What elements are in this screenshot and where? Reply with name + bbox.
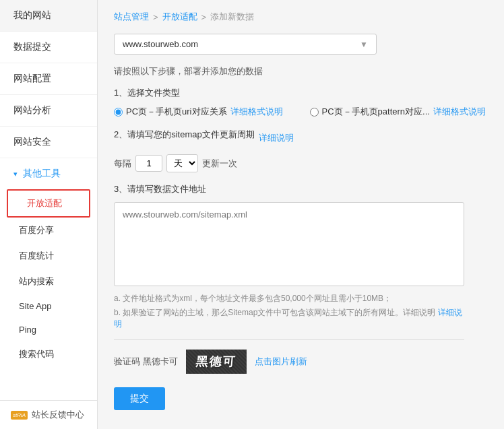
breadcrumb-current: 添加新数据 bbox=[210, 11, 254, 23]
sidebar-item-data-submit[interactable]: 数据提交 bbox=[0, 32, 97, 63]
sidebar-item-site-config[interactable]: 网站配置 bbox=[0, 63, 97, 95]
sidebar-item-ping[interactable]: Ping bbox=[0, 318, 97, 341]
expand-arrow-icon: ▾ bbox=[13, 170, 18, 178]
feedback-center[interactable]: stRiA 站长反馈中心 bbox=[0, 400, 97, 429]
feedback-icon: stRiA bbox=[11, 411, 28, 420]
sidebar-item-site-analysis[interactable]: 网站分析 bbox=[0, 95, 97, 127]
breadcrumb: 站点管理 > 开放适配 > 添加新数据 bbox=[114, 11, 488, 23]
interval-prefix: 每隔 bbox=[114, 158, 131, 170]
note-a: a. 文件地址格式为xml，每个地址文件最多包含50,000个网址且需小于10M… bbox=[114, 293, 464, 304]
captcha-image[interactable]: 黑德可 bbox=[186, 350, 247, 374]
radio-input-2[interactable] bbox=[310, 108, 319, 117]
breadcrumb-sep-2: > bbox=[201, 12, 207, 22]
sidebar-item-other-tools[interactable]: ▾ 其他工具 bbox=[0, 158, 97, 189]
sitemap-textarea-container bbox=[114, 202, 464, 286]
interval-suffix: 更新一次 bbox=[202, 158, 237, 170]
captcha-label: 验证码 黑德卡可 bbox=[114, 356, 178, 368]
breadcrumb-part-2[interactable]: 开放适配 bbox=[162, 11, 197, 23]
sidebar-item-site-security[interactable]: 网站安全 bbox=[0, 127, 97, 158]
radio-input-1[interactable] bbox=[114, 108, 123, 117]
interval-row: 每隔 天 周 更新一次 bbox=[114, 154, 488, 172]
interval-input[interactable] bbox=[135, 155, 162, 172]
sidebar-item-baidu-stats[interactable]: 百度统计 bbox=[0, 243, 97, 269]
main-content: 站点管理 > 开放适配 > 添加新数据 www.stourweb.com ▼ 请… bbox=[98, 0, 504, 429]
sidebar: 我的网站 数据提交 网站配置 网站分析 网站安全 ▾ 其他工具 开放适配 百度分… bbox=[0, 0, 98, 429]
step1-radio-group: PC页－手机页uri对应关系 详细格式说明 PC页－手机页pattern对应..… bbox=[114, 106, 488, 118]
divider bbox=[114, 339, 464, 340]
sidebar-item-my-site[interactable]: 我的网站 bbox=[0, 0, 97, 32]
step2-row: 2、请填写您的sitemap文件更新周期 详细说明 bbox=[114, 129, 488, 147]
captcha-text: 黑德可 bbox=[195, 354, 237, 370]
step2-label: 2、请填写您的sitemap文件更新周期 bbox=[114, 129, 255, 141]
breadcrumb-sep-1: > bbox=[153, 12, 158, 22]
sidebar-item-baidu-share[interactable]: 百度分享 bbox=[0, 218, 97, 243]
step1-option1-link[interactable]: 详细格式说明 bbox=[230, 106, 283, 118]
sidebar-item-site-search[interactable]: 站内搜索 bbox=[0, 269, 97, 294]
radio-option-1[interactable]: PC页－手机页uri对应关系 详细格式说明 bbox=[114, 106, 283, 118]
sidebar-item-open-adapt[interactable]: 开放适配 bbox=[7, 189, 90, 218]
site-selector-value: www.stourweb.com bbox=[123, 39, 198, 49]
captcha-row: 验证码 黑德卡可 黑德可 点击图片刷新 bbox=[114, 350, 488, 374]
submit-button[interactable]: 提交 bbox=[114, 387, 165, 410]
sidebar-item-search-code[interactable]: 搜索代码 bbox=[0, 341, 97, 367]
captcha-refresh-link[interactable]: 点击图片刷新 bbox=[255, 356, 307, 368]
radio-option-2[interactable]: PC页－手机页pattern对应... 详细格式说明 bbox=[310, 106, 486, 118]
breadcrumb-part-1[interactable]: 站点管理 bbox=[114, 11, 149, 23]
site-selector[interactable]: www.stourweb.com ▼ bbox=[114, 34, 377, 55]
note-b: b. 如果验证了网站的主域，那么Sitemap文件中可包含该网站主域下的所有网址… bbox=[114, 307, 464, 330]
steps-description: 请按照以下步骤，部署并添加您的数据 bbox=[114, 65, 488, 77]
dropdown-arrow-icon: ▼ bbox=[360, 40, 368, 49]
sidebar-item-site-app[interactable]: Site App bbox=[0, 294, 97, 318]
step3-label: 3、请填写数据文件地址 bbox=[114, 183, 488, 195]
step1-label: 1、选择文件类型 bbox=[114, 87, 488, 99]
step2-link[interactable]: 详细说明 bbox=[259, 132, 294, 144]
interval-unit-select[interactable]: 天 周 bbox=[166, 154, 198, 172]
step1-option2-link[interactable]: 详细格式说明 bbox=[433, 106, 486, 118]
sitemap-textarea[interactable] bbox=[123, 209, 455, 277]
